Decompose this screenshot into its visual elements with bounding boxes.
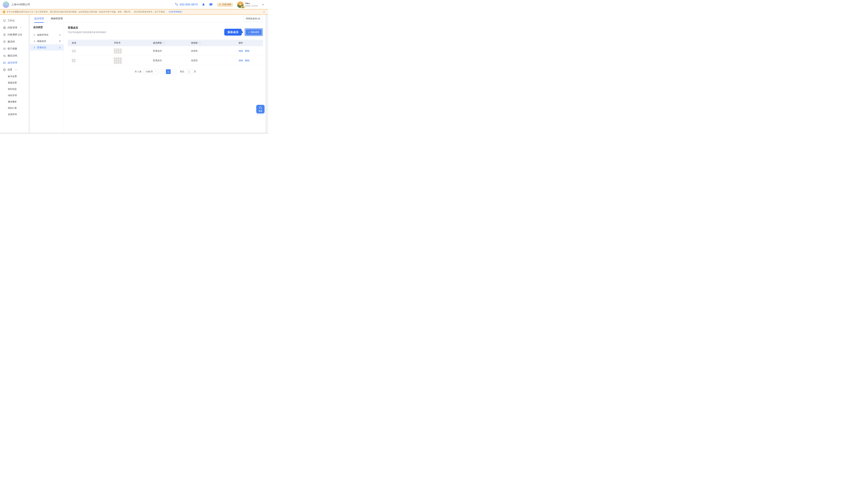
help-icon[interactable]: ? bbox=[199, 42, 201, 44]
page: 上海XX有限公司 400-800-9870 升级/续费 bbox=[0, 0, 268, 134]
type-item-senior-member[interactable]: 高级成员 0 bbox=[30, 38, 64, 44]
sidebar-item-label: 电子画册 bbox=[7, 47, 17, 50]
type-count: 1 bbox=[59, 34, 61, 36]
grid-icon bbox=[3, 26, 6, 29]
headset-icon bbox=[259, 106, 262, 109]
sidebar-item-survey[interactable]: 问卷调研 (14) bbox=[0, 31, 29, 38]
edit-link[interactable]: 编辑 bbox=[239, 59, 243, 62]
sidebar-nav: 工作台 内容管理 问卷调研 (14) 激活码 电子画册 微信活码 成员管理 bbox=[0, 15, 29, 133]
prev-page-button[interactable]: ‹ bbox=[160, 69, 165, 74]
delete-link[interactable]: 删除 bbox=[245, 59, 250, 62]
company-name: 上海XX有限公司 bbox=[11, 3, 30, 6]
type-label: 高级成员 bbox=[37, 40, 46, 43]
messages-chat-icon[interactable] bbox=[209, 3, 212, 6]
goto-label: 前往 bbox=[180, 70, 184, 73]
open-book-icon bbox=[3, 47, 6, 50]
cell-member-type: 普通成员 bbox=[153, 59, 191, 62]
hotline: 400-800-9870 bbox=[175, 3, 198, 6]
notice-text: 本平台积极配合警方反诈工作！应公安部要求，我们将对生成的内容进行检测，如发现违反… bbox=[7, 11, 167, 13]
sidebar-sub-wechat-service[interactable]: 微信服务 bbox=[0, 98, 29, 105]
sidebar-sub-domain-mgmt[interactable]: 域名管理 bbox=[0, 92, 29, 98]
type-label: 超级管理员 bbox=[37, 33, 48, 36]
type-label: 普通成员 bbox=[37, 46, 46, 49]
user-profile[interactable]: VIP Niko 组织ID:1329284 bbox=[237, 1, 264, 8]
table-header: 姓名 手机号 成员类型? 身份组? 操作 bbox=[68, 40, 263, 46]
sidebar-item-content-mgmt[interactable]: 内容管理 bbox=[0, 24, 29, 31]
member-type-pane: 成员类型 超级管理员 1 高级成员 0 普通成员 2 bbox=[30, 23, 64, 133]
user-org-id: 组织ID:1329284 bbox=[245, 5, 258, 7]
person-icon bbox=[33, 40, 36, 42]
content-policy-link[interactable]: 《内容管理规范》 bbox=[167, 11, 184, 13]
main-panel: 成员管理 身份组管理 待审批成员 (0) 成员类型 超级管理员 1 高级成员 0 bbox=[30, 15, 266, 133]
sidebar-item-label: 微信活码 bbox=[7, 54, 17, 57]
sidebar-item-label: 工作台 bbox=[7, 19, 15, 22]
shield-key-icon bbox=[3, 40, 6, 43]
redacted-name-block bbox=[72, 50, 76, 52]
sidebar-sub-account-settings[interactable]: 账号设置 bbox=[0, 73, 29, 79]
annotation-highlight-box: + 添加成员 bbox=[245, 29, 263, 36]
sidebar-sub-advanced-settings[interactable]: 高级设置 bbox=[0, 79, 29, 86]
pending-members-button[interactable]: 待审批成员 (0) bbox=[243, 16, 263, 21]
page-size-value: 10条/页 bbox=[145, 70, 153, 73]
warning-icon: ! bbox=[3, 11, 5, 13]
gear-icon bbox=[3, 68, 6, 71]
sidebar-item-activation-code[interactable]: 激活码 bbox=[0, 38, 29, 45]
col-actions: 操作 bbox=[239, 41, 263, 44]
company-logo[interactable] bbox=[3, 1, 9, 8]
cell-role-group: 巡逻组 bbox=[191, 50, 239, 53]
user-name: Niko bbox=[245, 2, 258, 5]
table-row: 普通成员 巡逻组 编辑 删除 bbox=[68, 56, 263, 65]
user-meta: Niko 组织ID:1329284 bbox=[245, 2, 258, 7]
cell-member-type: 普通成员 bbox=[153, 50, 191, 53]
chevron-right-icon bbox=[20, 27, 21, 29]
tab-bar: 成员管理 身份组管理 待审批成员 (0) bbox=[30, 15, 266, 23]
type-item-super-admin[interactable]: 超级管理员 1 bbox=[30, 32, 64, 38]
wechat-bubbles-icon bbox=[3, 54, 6, 57]
tab-member-management[interactable]: 成员管理 bbox=[34, 15, 44, 23]
chevron-down-icon bbox=[15, 69, 17, 71]
header-right: 400-800-9870 升级/续费 VIP Niko 组织ID bbox=[175, 1, 264, 8]
help-icon[interactable]: ? bbox=[162, 42, 165, 44]
members-table: 姓名 手机号 成员类型? 身份组? 操作 普通成员 巡逻组 编辑 删除 bbox=[68, 40, 263, 65]
col-name: 姓名 bbox=[68, 41, 114, 44]
member-type-title: 成员类型 bbox=[30, 26, 64, 29]
close-icon[interactable]: × bbox=[263, 11, 265, 14]
survey-doc-icon bbox=[3, 33, 6, 36]
sidebar-item-workbench[interactable]: 工作台 bbox=[0, 17, 29, 24]
person-icon bbox=[33, 46, 36, 49]
sidebar-item-ebook[interactable]: 电子画册 bbox=[0, 45, 29, 52]
table-row: 普通成员 巡逻组 编辑 删除 bbox=[68, 46, 263, 56]
sidebar-item-wechat-qr[interactable]: 微信活码 bbox=[0, 52, 29, 59]
add-member-label: 添加成员 bbox=[251, 31, 259, 34]
sidebar-item-label: 内容管理 bbox=[7, 26, 17, 29]
customer-service-button[interactable]: 客服 bbox=[256, 105, 264, 113]
sidebar-sub-my-orders[interactable]: 我的订单 bbox=[0, 105, 29, 111]
pagination: 共 2 条 10条/页 ‹ 1 › 前往 页 bbox=[68, 69, 263, 74]
tab-role-group-management[interactable]: 身份组管理 bbox=[51, 15, 63, 23]
sidebar-item-label: 设置 bbox=[7, 68, 12, 71]
add-member-button[interactable]: + 添加成员 bbox=[246, 29, 262, 35]
sidebar-sub-invoice-mgmt[interactable]: 发票管理 bbox=[0, 111, 29, 118]
edit-link[interactable]: 编辑 bbox=[239, 50, 243, 53]
phone-icon bbox=[175, 3, 178, 6]
monitor-icon bbox=[3, 19, 6, 22]
page-unit-label: 页 bbox=[194, 70, 196, 73]
upgrade-renew-button[interactable]: 升级/续费 bbox=[217, 2, 233, 7]
goto-page-input[interactable] bbox=[186, 69, 193, 74]
person-icon bbox=[33, 34, 36, 36]
col-role-group: 身份组? bbox=[191, 41, 239, 44]
chevron-up-icon bbox=[262, 3, 264, 6]
type-item-ordinary-member[interactable]: 普通成员 2 bbox=[30, 44, 64, 51]
delete-link[interactable]: 删除 bbox=[245, 50, 250, 53]
next-page-button[interactable]: › bbox=[172, 69, 177, 74]
sidebar-item-settings[interactable]: 设置 bbox=[0, 66, 29, 73]
sidebar-item-label: 问卷调研 (14) bbox=[7, 33, 22, 36]
page-size-select[interactable]: 10条/页 bbox=[144, 69, 158, 74]
sidebar-item-member-mgmt[interactable]: 成员管理 bbox=[0, 59, 29, 66]
member-type-list: 超级管理员 1 高级成员 0 普通成员 2 bbox=[30, 32, 64, 51]
sidebar-sub-org-info[interactable]: 组织信息 bbox=[0, 86, 29, 92]
sidebar-item-label: 激活码 bbox=[7, 40, 15, 43]
upgrade-label: 升级/续费 bbox=[222, 3, 231, 6]
current-page[interactable]: 1 bbox=[166, 69, 171, 74]
notifications-bell-icon[interactable] bbox=[202, 3, 205, 6]
